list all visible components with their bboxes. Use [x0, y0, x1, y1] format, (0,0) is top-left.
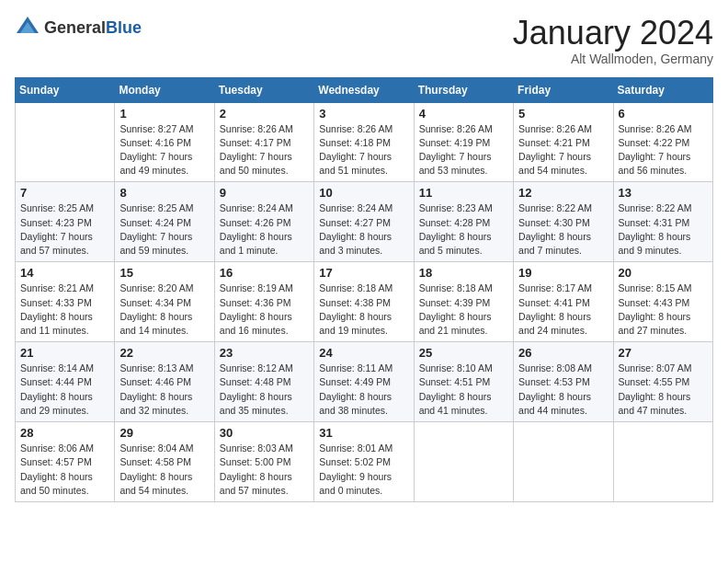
day-info: Sunrise: 8:25 AMSunset: 4:23 PMDaylight:… [20, 201, 109, 258]
calendar-cell: 2Sunrise: 8:26 AMSunset: 4:17 PMDaylight… [214, 102, 313, 182]
day-number: 7 [20, 186, 109, 200]
day-info: Sunrise: 8:07 AMSunset: 4:55 PMDaylight:… [619, 362, 708, 418]
location: Alt Wallmoden, Germany [513, 52, 713, 66]
calendar-cell: 9Sunrise: 8:24 AMSunset: 4:26 PMDaylight… [214, 182, 313, 262]
day-number: 12 [518, 186, 608, 200]
calendar-cell: 28Sunrise: 8:06 AMSunset: 4:57 PMDayligh… [16, 422, 115, 502]
calendar-week-row: 1Sunrise: 8:27 AMSunset: 4:16 PMDaylight… [16, 102, 713, 182]
day-of-week-header: Sunday [16, 77, 115, 102]
day-number: 2 [220, 107, 309, 121]
day-number: 4 [419, 107, 508, 121]
calendar-cell: 17Sunrise: 8:18 AMSunset: 4:38 PMDayligh… [314, 262, 414, 342]
day-number: 19 [518, 266, 608, 280]
day-number: 30 [220, 426, 309, 440]
calendar-cell [613, 422, 712, 502]
day-number: 13 [619, 186, 708, 200]
calendar-week-row: 21Sunrise: 8:14 AMSunset: 4:44 PMDayligh… [16, 342, 713, 422]
calendar-cell [414, 422, 513, 502]
calendar-cell: 13Sunrise: 8:22 AMSunset: 4:31 PMDayligh… [613, 182, 712, 262]
day-info: Sunrise: 8:10 AMSunset: 4:51 PMDaylight:… [419, 362, 508, 418]
page-header: GeneralBlue January 2024 Alt Wallmoden, … [15, 15, 713, 66]
calendar-header-row: SundayMondayTuesdayWednesdayThursdayFrid… [16, 77, 713, 102]
day-number: 15 [119, 266, 209, 280]
calendar-cell: 4Sunrise: 8:26 AMSunset: 4:19 PMDaylight… [414, 102, 513, 182]
day-number: 24 [319, 346, 408, 360]
day-info: Sunrise: 8:20 AMSunset: 4:34 PMDaylight:… [119, 282, 209, 338]
calendar-cell [16, 102, 115, 182]
logo-text-general: General [44, 18, 106, 37]
logo: GeneralBlue [15, 15, 142, 40]
calendar-cell: 3Sunrise: 8:26 AMSunset: 4:18 PMDaylight… [314, 102, 414, 182]
day-number: 5 [518, 107, 608, 121]
calendar-cell: 8Sunrise: 8:25 AMSunset: 4:24 PMDaylight… [115, 182, 214, 262]
title-block: January 2024 Alt Wallmoden, Germany [513, 15, 713, 66]
day-of-week-header: Tuesday [214, 77, 313, 102]
day-info: Sunrise: 8:11 AMSunset: 4:49 PMDaylight:… [319, 362, 408, 418]
day-number: 9 [220, 186, 309, 200]
day-number: 22 [119, 346, 209, 360]
day-number: 18 [419, 266, 508, 280]
day-info: Sunrise: 8:04 AMSunset: 4:58 PMDaylight:… [119, 442, 209, 498]
day-info: Sunrise: 8:18 AMSunset: 4:39 PMDaylight:… [419, 282, 508, 338]
calendar-cell: 31Sunrise: 8:01 AMSunset: 5:02 PMDayligh… [314, 422, 414, 502]
calendar-cell: 22Sunrise: 8:13 AMSunset: 4:46 PMDayligh… [115, 342, 214, 422]
calendar-cell: 6Sunrise: 8:26 AMSunset: 4:22 PMDaylight… [613, 102, 712, 182]
calendar-cell [514, 422, 613, 502]
logo-text-blue: Blue [106, 18, 142, 37]
day-info: Sunrise: 8:18 AMSunset: 4:38 PMDaylight:… [319, 282, 408, 338]
day-number: 28 [20, 426, 109, 440]
calendar-cell: 24Sunrise: 8:11 AMSunset: 4:49 PMDayligh… [314, 342, 414, 422]
day-info: Sunrise: 8:12 AMSunset: 4:48 PMDaylight:… [220, 362, 309, 418]
day-info: Sunrise: 8:23 AMSunset: 4:28 PMDaylight:… [419, 201, 508, 258]
day-number: 27 [619, 346, 708, 360]
month-title: January 2024 [513, 15, 713, 52]
calendar-cell: 20Sunrise: 8:15 AMSunset: 4:43 PMDayligh… [613, 262, 712, 342]
day-number: 26 [518, 346, 608, 360]
calendar-cell: 23Sunrise: 8:12 AMSunset: 4:48 PMDayligh… [214, 342, 313, 422]
day-number: 14 [20, 266, 109, 280]
calendar-cell: 30Sunrise: 8:03 AMSunset: 5:00 PMDayligh… [214, 422, 313, 502]
day-info: Sunrise: 8:19 AMSunset: 4:36 PMDaylight:… [220, 282, 309, 338]
day-number: 29 [119, 426, 209, 440]
day-info: Sunrise: 8:25 AMSunset: 4:24 PMDaylight:… [119, 201, 209, 258]
day-info: Sunrise: 8:15 AMSunset: 4:43 PMDaylight:… [619, 282, 708, 338]
day-info: Sunrise: 8:27 AMSunset: 4:16 PMDaylight:… [119, 122, 209, 178]
day-info: Sunrise: 8:03 AMSunset: 5:00 PMDaylight:… [220, 442, 309, 498]
day-number: 23 [220, 346, 309, 360]
day-info: Sunrise: 8:17 AMSunset: 4:41 PMDaylight:… [518, 282, 608, 338]
day-info: Sunrise: 8:26 AMSunset: 4:21 PMDaylight:… [518, 122, 608, 178]
day-number: 8 [119, 186, 209, 200]
day-number: 20 [619, 266, 708, 280]
calendar-cell: 29Sunrise: 8:04 AMSunset: 4:58 PMDayligh… [115, 422, 214, 502]
day-number: 21 [20, 346, 109, 360]
day-number: 10 [319, 186, 408, 200]
calendar-cell: 16Sunrise: 8:19 AMSunset: 4:36 PMDayligh… [214, 262, 313, 342]
calendar-cell: 14Sunrise: 8:21 AMSunset: 4:33 PMDayligh… [16, 262, 115, 342]
day-info: Sunrise: 8:06 AMSunset: 4:57 PMDaylight:… [20, 442, 109, 498]
day-of-week-header: Monday [115, 77, 214, 102]
calendar-week-row: 28Sunrise: 8:06 AMSunset: 4:57 PMDayligh… [16, 422, 713, 502]
day-info: Sunrise: 8:26 AMSunset: 4:18 PMDaylight:… [319, 122, 408, 178]
day-number: 6 [619, 107, 708, 121]
day-number: 3 [319, 107, 408, 121]
day-info: Sunrise: 8:26 AMSunset: 4:19 PMDaylight:… [419, 122, 508, 178]
day-info: Sunrise: 8:14 AMSunset: 4:44 PMDaylight:… [20, 362, 109, 418]
day-number: 25 [419, 346, 508, 360]
day-number: 17 [319, 266, 408, 280]
calendar-cell: 7Sunrise: 8:25 AMSunset: 4:23 PMDaylight… [16, 182, 115, 262]
calendar-week-row: 14Sunrise: 8:21 AMSunset: 4:33 PMDayligh… [16, 262, 713, 342]
day-info: Sunrise: 8:22 AMSunset: 4:31 PMDaylight:… [619, 201, 708, 258]
calendar-cell: 21Sunrise: 8:14 AMSunset: 4:44 PMDayligh… [16, 342, 115, 422]
calendar-cell: 18Sunrise: 8:18 AMSunset: 4:39 PMDayligh… [414, 262, 513, 342]
day-info: Sunrise: 8:22 AMSunset: 4:30 PMDaylight:… [518, 201, 608, 258]
calendar-cell: 1Sunrise: 8:27 AMSunset: 4:16 PMDaylight… [115, 102, 214, 182]
calendar-cell: 27Sunrise: 8:07 AMSunset: 4:55 PMDayligh… [613, 342, 712, 422]
day-of-week-header: Thursday [414, 77, 513, 102]
day-info: Sunrise: 8:24 AMSunset: 4:26 PMDaylight:… [220, 201, 309, 258]
day-info: Sunrise: 8:13 AMSunset: 4:46 PMDaylight:… [119, 362, 209, 418]
day-number: 11 [419, 186, 508, 200]
calendar-cell: 11Sunrise: 8:23 AMSunset: 4:28 PMDayligh… [414, 182, 513, 262]
calendar-cell: 26Sunrise: 8:08 AMSunset: 4:53 PMDayligh… [514, 342, 613, 422]
calendar-cell: 25Sunrise: 8:10 AMSunset: 4:51 PMDayligh… [414, 342, 513, 422]
calendar-cell: 5Sunrise: 8:26 AMSunset: 4:21 PMDaylight… [514, 102, 613, 182]
